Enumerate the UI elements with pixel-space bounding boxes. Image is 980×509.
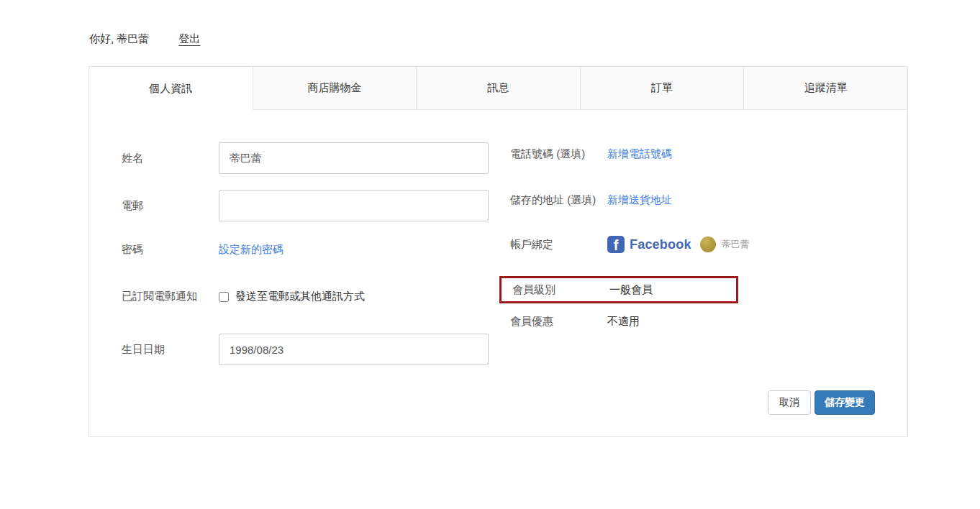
address-label: 儲存的地址 (選填): [510, 193, 607, 207]
member-level-value: 一般會員: [609, 283, 653, 297]
bound-account-name: 蒂巴蕾: [722, 238, 750, 251]
address-row: 儲存的地址 (選填) 新增送貨地址: [510, 193, 848, 207]
account-page: 你好, 蒂巴蕾 登出 個人資訊 商店購物金 訊息 訂單 追蹤清單 姓名 電郵: [89, 32, 908, 437]
add-address-link[interactable]: 新增送貨地址: [607, 193, 672, 207]
cancel-button[interactable]: 取消: [768, 390, 811, 415]
account-binding-label: 帳戶綁定: [510, 238, 607, 252]
phone-label: 電話號碼 (選填): [510, 147, 607, 161]
birthday-input[interactable]: [219, 334, 489, 365]
email-row: 電郵: [122, 190, 489, 221]
newsletter-label: 已訂閱電郵通知: [122, 290, 219, 303]
name-label: 姓名: [122, 152, 219, 165]
member-benefit-label: 會員優惠: [510, 315, 607, 329]
phone-row: 電話號碼 (選填) 新增電話號碼: [510, 147, 848, 161]
form-right-column: 電話號碼 (選填) 新增電話號碼 儲存的地址 (選填) 新增送貨地址 帳戶綁定 …: [510, 142, 848, 365]
form-actions: 取消 儲存變更: [768, 390, 875, 415]
tab-wishlist[interactable]: 追蹤清單: [743, 67, 907, 110]
facebook-wordmark: Facebook: [630, 237, 691, 252]
name-input[interactable]: [219, 142, 489, 174]
member-benefit-value: 不適用: [607, 315, 640, 329]
birthday-label: 生日日期: [122, 343, 219, 357]
account-binding-row: 帳戶綁定 f Facebook 蒂巴蕾: [510, 236, 848, 253]
newsletter-checkbox-group: 發送至電郵或其他通訊方式: [219, 290, 365, 303]
tab-orders[interactable]: 訂單: [580, 67, 744, 110]
newsletter-row: 已訂閱電郵通知 發送至電郵或其他通訊方式: [122, 290, 489, 303]
password-label: 密碼: [122, 243, 219, 257]
member-level-row-highlighted: 會員級別 一般會員: [499, 276, 738, 303]
password-row: 密碼 設定新的密碼: [122, 243, 489, 257]
greeting-text: 你好, 蒂巴蕾: [89, 32, 149, 46]
tab-bar: 個人資訊 商店購物金 訊息 訂單 追蹤清單: [89, 67, 907, 110]
facebook-icon: f: [607, 236, 625, 253]
member-benefit-row: 會員優惠 不適用: [510, 315, 848, 329]
email-label: 電郵: [122, 199, 219, 213]
save-changes-button[interactable]: 儲存變更: [815, 390, 875, 415]
greeting-bar: 你好, 蒂巴蕾 登出: [89, 32, 908, 46]
tab-store-credit[interactable]: 商店購物金: [253, 67, 417, 110]
tab-personal-info[interactable]: 個人資訊: [89, 67, 253, 110]
newsletter-checkbox-label: 發送至電郵或其他通訊方式: [235, 290, 365, 303]
account-panel: 個人資訊 商店購物金 訊息 訂單 追蹤清單 姓名 電郵 密碼 設定新的密碼: [89, 66, 908, 437]
birthday-row: 生日日期: [122, 334, 489, 365]
email-input[interactable]: [219, 190, 489, 221]
member-avatar: [700, 237, 716, 252]
personal-info-form: 姓名 電郵 密碼 設定新的密碼 已訂閱電郵通知 發送至電郵或其他通訊方式: [89, 110, 907, 365]
tab-messages[interactable]: 訊息: [416, 67, 580, 110]
logout-link[interactable]: 登出: [178, 32, 200, 46]
add-phone-link[interactable]: 新增電話號碼: [607, 147, 672, 161]
newsletter-checkbox[interactable]: [219, 292, 229, 302]
member-level-label: 會員級別: [512, 283, 609, 297]
account-binding-value: f Facebook 蒂巴蕾: [607, 236, 750, 253]
name-row: 姓名: [122, 142, 489, 174]
set-new-password-link[interactable]: 設定新的密碼: [219, 243, 283, 257]
form-left-column: 姓名 電郵 密碼 設定新的密碼 已訂閱電郵通知 發送至電郵或其他通訊方式: [122, 142, 489, 365]
